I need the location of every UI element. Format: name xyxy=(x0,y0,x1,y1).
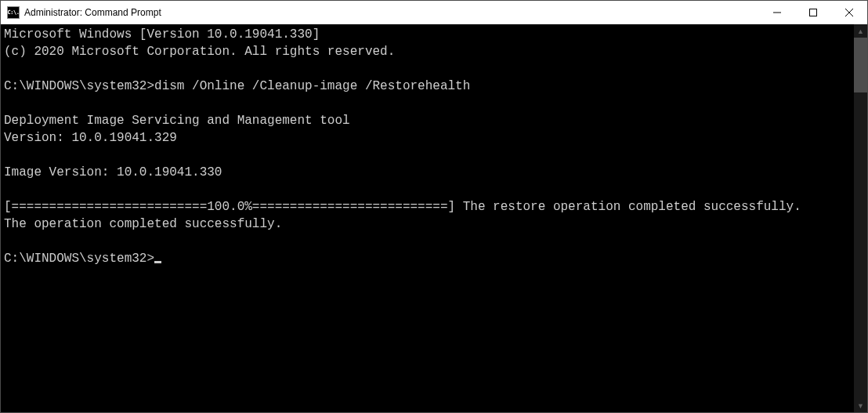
console-command: dism /Online /Cleanup-image /Restoreheal… xyxy=(154,79,470,93)
command-prompt-window: C:\. Administrator: Command Prompt Micro… xyxy=(0,0,868,413)
maximize-icon xyxy=(809,9,817,16)
console-prompt: C:\WINDOWS\system32> xyxy=(4,79,154,93)
console-output[interactable]: Microsoft Windows [Version 10.0.19041.33… xyxy=(1,24,854,412)
console-line: Version: 10.0.19041.329 xyxy=(4,131,177,145)
close-icon xyxy=(845,9,853,16)
console-area: Microsoft Windows [Version 10.0.19041.33… xyxy=(1,24,867,412)
scroll-down-arrow-icon[interactable]: ▼ xyxy=(854,399,867,412)
scroll-up-arrow-icon[interactable]: ▲ xyxy=(854,24,867,38)
minimize-icon xyxy=(773,9,781,16)
minimize-button[interactable] xyxy=(759,1,795,24)
console-prompt: C:\WINDOWS\system32> xyxy=(4,252,154,266)
svg-rect-1 xyxy=(810,9,817,16)
console-line: The operation completed successfully. xyxy=(4,217,282,231)
close-button[interactable] xyxy=(831,1,867,24)
window-title: Administrator: Command Prompt xyxy=(24,7,759,18)
titlebar[interactable]: C:\. Administrator: Command Prompt xyxy=(1,1,867,24)
console-line: Deployment Image Servicing and Managemen… xyxy=(4,114,350,128)
cmd-icon: C:\. xyxy=(7,6,20,19)
cursor-icon xyxy=(154,261,161,263)
console-line: (c) 2020 Microsoft Corporation. All righ… xyxy=(4,45,395,59)
maximize-button[interactable] xyxy=(795,1,831,24)
vertical-scrollbar[interactable]: ▲ ▼ xyxy=(854,24,867,412)
console-line: Image Version: 10.0.19041.330 xyxy=(4,165,222,179)
console-line: Microsoft Windows [Version 10.0.19041.33… xyxy=(4,27,320,42)
scroll-thumb[interactable] xyxy=(854,38,867,92)
console-progress: [==========================100.0%=======… xyxy=(4,200,801,214)
window-controls xyxy=(759,1,867,24)
